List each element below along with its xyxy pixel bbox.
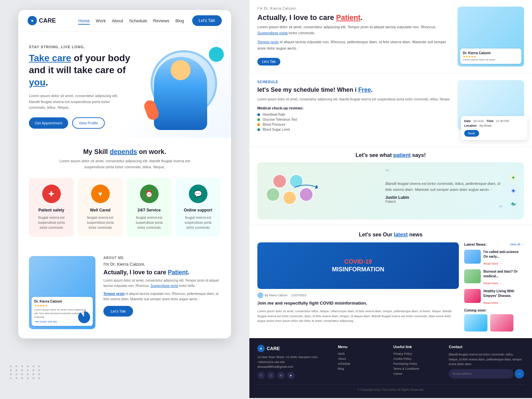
- view-profile-button[interactable]: View Profile: [72, 117, 105, 129]
- news-item-2-title: Burnout and bias? Or medical...: [483, 269, 524, 279]
- about-body-link[interactable]: Suspendisse porta: [151, 284, 178, 288]
- about-text: ABOUT ME I'm Dr. Kierra Calzoni. Actuall…: [103, 256, 220, 316]
- hero-image: [147, 44, 220, 130]
- news-date: 21/07/2023: [291, 294, 306, 297]
- facebook-icon[interactable]: f: [257, 372, 265, 379]
- nav-item-about[interactable]: About: [112, 18, 123, 24]
- about-title-pre: Actually, I love to care: [103, 269, 168, 276]
- news-item-2-text: Burnout and bias? Or medical... Read Mor…: [483, 269, 524, 286]
- testimonials-section: Let's see what patient says! " B: [249, 147, 532, 225]
- news-item-1-text: I'm called anti-science On early... Read…: [483, 250, 524, 266]
- right-panel: I'm Dr. Kierra Calzoni. Actually, I love…: [249, 0, 532, 399]
- news-author: By Maria Calzoni: [257, 292, 287, 298]
- news-item-1-title: I'm called anti-science On early...: [483, 250, 524, 259]
- skills-desc: Lorem ipsum dolor sit amet, consectetur …: [58, 158, 191, 170]
- person-figure: [154, 57, 207, 130]
- hero-title: Take care of your body and it will take …: [29, 52, 141, 88]
- appt-row-location: Location 4st Road: [464, 124, 524, 127]
- footer-logo: ♥ CARE: [257, 345, 332, 352]
- news-viewall-link[interactable]: View all →: [510, 243, 524, 246]
- appt-location-val: 4st Road: [479, 124, 491, 127]
- nav-item-schedule[interactable]: Schedule: [129, 18, 147, 24]
- news-item-3-image: [464, 289, 481, 303]
- news-section: Let's see Our latest news COVID-19 MISIN…: [249, 225, 532, 338]
- skill-icon-service: ⏰: [140, 185, 159, 203]
- ekg-icon: [508, 199, 519, 209]
- skill-desc-service: feugiat viverra est suspendisse porta to…: [131, 215, 167, 230]
- footer-useful-terms[interactable]: Terms & Conditions: [393, 367, 444, 370]
- footer-email-input[interactable]: [449, 369, 513, 378]
- news-title-accent: latest: [394, 232, 408, 237]
- footer-contact-text: Blandit feugiat viverra est tortor commo…: [449, 352, 524, 366]
- about-intro: I'm Dr. Kierra Calzoni.: [103, 262, 220, 267]
- right-about-card-name: Dr. Kierra Calzoni: [463, 51, 519, 55]
- footer-content: ♥ CARE 10 New Town Street, V2 6NW, Navar…: [257, 345, 524, 379]
- about-section: Dr. Kierra Calzoni ★★★★★ Lorem ipsum dol…: [18, 247, 231, 338]
- appt-date-label: Date: [464, 119, 471, 123]
- footer-useful-privacy[interactable]: Privacy Policy: [393, 352, 444, 355]
- quote-open: ": [385, 168, 503, 178]
- footer-useful-purchasing[interactable]: Purchasing Policy: [393, 362, 444, 365]
- schedule-right: Date 25 AUG Time 11:30 PM Location 4st R…: [458, 80, 524, 140]
- book-button[interactable]: Book: [464, 130, 479, 137]
- footer-useful-cookie[interactable]: Cookie Policy: [393, 357, 444, 360]
- hero-subtitle: STAY STRONG, LIVE LONG.: [29, 45, 141, 49]
- skill-icon-safety: ✚: [42, 185, 61, 203]
- about-card-overlay: Dr. Kierra Calzoni ★★★★★ Lorem ipsum dol…: [32, 297, 93, 326]
- schedule-title-pre: let's See: [257, 86, 283, 93]
- instagram-icon[interactable]: in: [277, 372, 285, 379]
- nav-cta-button[interactable]: Let's Talk: [192, 15, 222, 26]
- news-item-1: I'm called anti-science On early... Read…: [464, 250, 524, 266]
- right-about-card-rating: ★★★★★: [463, 55, 519, 58]
- footer-address: 10 New Town Street, V2 6NW, Navarton USA…: [257, 355, 332, 369]
- news-main: COVID-19 MISINFORMATION By Maria Calzoni…: [257, 242, 459, 332]
- footer-menu-title: Menu: [338, 345, 388, 349]
- person-head: [171, 60, 191, 80]
- footer-email-row: →: [449, 369, 524, 378]
- schedule-title: let's See my schedule time! When i Free.: [257, 86, 451, 94]
- skills-title: My Skill depends on work.: [29, 148, 220, 156]
- about-body2-link[interactable]: Tempor proin: [103, 292, 125, 296]
- skill-card-support: 💬 Online support feugiat viverra est sus…: [176, 178, 220, 237]
- nav-item-home[interactable]: Home: [78, 18, 90, 24]
- footer-menu-about[interactable]: About: [338, 357, 388, 360]
- footer-contact-col: Contact Blandit feugiat viverra est tort…: [449, 345, 524, 379]
- footer-menu-blog[interactable]: Blog: [338, 367, 388, 370]
- dot-decoration: [10, 365, 42, 379]
- news-sidebar: Latest News: View all → I'm called anti-…: [464, 242, 524, 332]
- footer-useful-col: Useful link Privacy Policy Cookie Policy…: [393, 345, 444, 379]
- review-dot-2: [257, 118, 260, 121]
- footer: ♥ CARE 10 New Town Street, V2 6NW, Navar…: [249, 338, 532, 398]
- appt-location-label: Location: [464, 124, 477, 127]
- right-about-desc2-link[interactable]: Tempor proin: [257, 40, 279, 44]
- nav-item-reviews[interactable]: Reviews: [153, 18, 169, 24]
- footer-email-submit[interactable]: →: [515, 369, 524, 378]
- arrow-svg: [294, 183, 318, 193]
- nav-item-work[interactable]: Work: [96, 18, 106, 24]
- testimonials-content: " Blandit feugiat viverra est tortor com…: [257, 162, 524, 219]
- logo[interactable]: ♥ CARE: [28, 16, 56, 25]
- footer-useful-career[interactable]: Career: [393, 372, 444, 375]
- appt-time-val: 11:30 PM: [496, 119, 509, 123]
- right-about-desc1-link[interactable]: Suspendisse porta: [257, 31, 288, 35]
- nav-item-blog[interactable]: Blog: [176, 18, 184, 24]
- news-item-1-link[interactable]: Read More →: [483, 262, 502, 265]
- about-cta-button[interactable]: Let's Talk: [103, 306, 133, 317]
- news-item-3-link[interactable]: Read More →: [483, 301, 502, 305]
- footer-menu-work[interactable]: Work: [338, 352, 388, 355]
- get-appointment-button[interactable]: Get Appointment: [29, 117, 68, 129]
- website-card: ♥ CARE Home Work About Schedule Reviews …: [18, 10, 231, 338]
- youtube-icon[interactable]: ▶: [287, 372, 295, 379]
- quote-author: Justin Lubin: [385, 195, 503, 200]
- skill-name-cared: Well Cared: [82, 208, 118, 212]
- news-content: COVID-19 MISINFORMATION By Maria Calzoni…: [257, 242, 524, 332]
- footer-menu-schedule[interactable]: Schedule: [338, 362, 388, 365]
- right-about-content: I'm Dr. Kierra Calzoni. Actually, I love…: [257, 7, 524, 66]
- right-about-image: Dr. Kierra Calzoni ★★★★★ Lorem ipsum dol…: [458, 7, 524, 66]
- right-about-cta-button[interactable]: Let's Talk: [257, 58, 280, 66]
- twitter-icon[interactable]: t: [267, 372, 275, 379]
- news-item-2-link[interactable]: Read More →: [483, 282, 502, 285]
- about-card-name: Dr. Kierra Calzoni: [34, 300, 90, 303]
- dot-grid-inner: [10, 365, 42, 379]
- testimonials-patients: [263, 171, 380, 211]
